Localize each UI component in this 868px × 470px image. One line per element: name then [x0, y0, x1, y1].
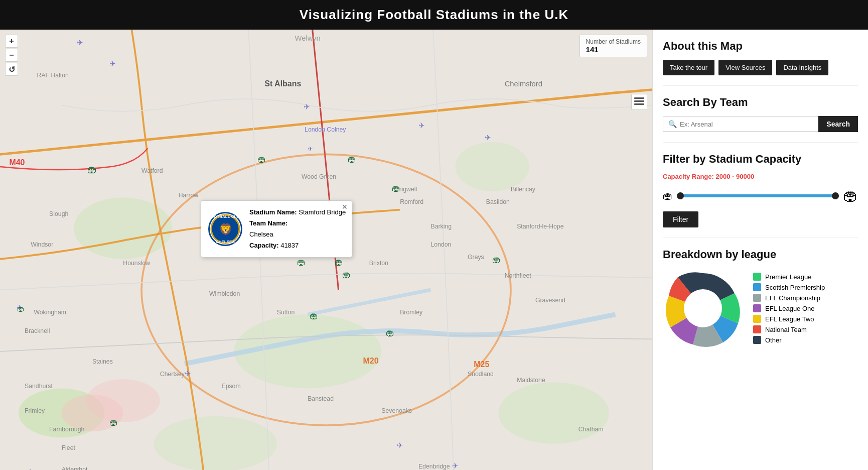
premier-league-label: Premier League — [765, 273, 812, 281]
search-button[interactable]: Search — [818, 116, 858, 132]
national-team-color — [753, 325, 761, 333]
svg-text:🏟: 🏟 — [342, 270, 351, 280]
svg-point-4 — [456, 142, 529, 191]
slider-track[interactable] — [677, 194, 839, 197]
svg-text:M25: M25 — [474, 360, 489, 369]
svg-rect-88 — [634, 103, 644, 105]
svg-text:🏟: 🏟 — [297, 257, 306, 267]
stadium-name-label: Stadium Name: — [249, 208, 297, 216]
svg-text:✈: ✈ — [28, 468, 34, 470]
stadium-name-value: Stamford Bridge — [299, 208, 346, 216]
svg-text:Gravesend: Gravesend — [535, 297, 565, 304]
svg-text:CHELSEA: CHELSEA — [216, 240, 235, 244]
svg-text:Frimley: Frimley — [25, 408, 45, 415]
range-value-text: 2000 - 90000 — [716, 173, 755, 180]
stadium-popup: ✕ 🦁 CHELSEA FOOTBALL CLUB Stadium Name: … — [201, 200, 352, 258]
svg-text:🦁: 🦁 — [219, 222, 233, 236]
take-tour-button[interactable]: Take the tour — [663, 60, 714, 75]
svg-text:✈: ✈ — [397, 441, 403, 449]
breakdown-title: Breakdown by league — [663, 248, 858, 261]
slider-thumb-left[interactable] — [677, 192, 684, 199]
league-breakdown: Premier League Scottish Premiership EFL … — [663, 268, 858, 348]
svg-text:Farnborough: Farnborough — [49, 426, 84, 433]
svg-text:🏟: 🏟 — [392, 183, 400, 193]
svg-text:Edenbridge: Edenbridge — [418, 463, 450, 470]
svg-text:Basildon: Basildon — [486, 198, 510, 205]
svg-text:✈: ✈ — [304, 103, 310, 111]
svg-point-2 — [74, 197, 172, 259]
team-name-label: Team Name: — [249, 219, 287, 227]
slider-row: 🏟 🏟 — [663, 187, 858, 204]
range-value: 2000 - 90000 — [716, 173, 755, 180]
svg-text:Chertsey: Chertsey — [160, 371, 185, 378]
view-sources-button[interactable]: View Sources — [718, 60, 772, 75]
svg-text:Staines: Staines — [92, 358, 113, 365]
efl-championship-label: EFL Championship — [765, 294, 820, 302]
svg-text:Windsor: Windsor — [31, 241, 53, 248]
legend-premier-league: Premier League — [753, 273, 825, 281]
svg-text:Epsom: Epsom — [222, 383, 241, 390]
svg-text:FOOTBALL CLUB: FOOTBALL CLUB — [208, 214, 242, 219]
other-label: Other — [765, 336, 782, 344]
svg-text:Billericay: Billericay — [511, 186, 536, 193]
zoom-in-button[interactable]: + — [5, 35, 18, 48]
about-buttons: Take the tour View Sources Data Insights — [663, 60, 858, 75]
svg-text:London Colney: London Colney — [305, 126, 346, 133]
stadiums-label: Number of Stadiums — [586, 38, 641, 45]
svg-text:Northfleet: Northfleet — [505, 272, 532, 279]
slider-thumb-right[interactable] — [832, 192, 839, 199]
svg-text:Harrow: Harrow — [179, 192, 199, 199]
svg-text:Chatham: Chatham — [578, 426, 604, 433]
zoom-out-button[interactable]: − — [5, 49, 18, 62]
svg-text:Snodland: Snodland — [468, 371, 494, 378]
header-title: Visualizing Football Stadiums in the U.K — [300, 7, 568, 22]
team-name-value: Chelsea — [249, 230, 273, 238]
map-area[interactable]: Welwyn Aylesbury St Albans Chelmsford RA… — [0, 30, 652, 470]
donut-chart — [663, 268, 743, 348]
about-section: About this Map Take the tour View Source… — [663, 40, 858, 86]
svg-text:🏟: 🏟 — [492, 255, 501, 265]
svg-text:🏟: 🏟 — [257, 154, 266, 164]
svg-text:Welwyn: Welwyn — [295, 34, 321, 42]
popup-close-button[interactable]: ✕ — [342, 203, 348, 211]
reset-button[interactable]: ↺ — [5, 63, 18, 76]
svg-text:Grays: Grays — [468, 254, 484, 261]
svg-text:🏟: 🏟 — [87, 164, 97, 175]
capacity-label: Capacity: — [249, 242, 279, 249]
page-title: Visualizing Football Stadiums in the U.K — [0, 0, 868, 30]
filter-button[interactable]: Filter — [663, 211, 698, 227]
svg-text:Wimbledon: Wimbledon — [209, 290, 240, 297]
svg-text:🏟: 🏟 — [386, 328, 394, 338]
layers-button[interactable] — [631, 94, 647, 110]
map-controls: + − ↺ — [5, 35, 18, 76]
popup-info: Stadium Name: Stamford Bridge Team Name:… — [249, 207, 346, 251]
efl-league-two-color — [753, 315, 761, 323]
league-legend: Premier League Scottish Premiership EFL … — [753, 273, 825, 344]
search-input-wrap[interactable]: 🔍 — [663, 116, 818, 132]
search-input[interactable] — [680, 121, 813, 128]
svg-text:Brixton: Brixton — [369, 260, 388, 267]
svg-text:🏟: 🏟 — [109, 417, 118, 427]
svg-point-9 — [86, 379, 160, 422]
stadium-large-icon: 🏟 — [843, 187, 858, 204]
svg-text:🏟: 🏟 — [17, 305, 25, 313]
efl-league-two-label: EFL League Two — [765, 315, 814, 323]
premier-league-color — [753, 273, 761, 281]
svg-text:Barking: Barking — [430, 223, 452, 230]
main-content: Welwyn Aylesbury St Albans Chelmsford RA… — [0, 30, 868, 470]
capacity-value: 41837 — [280, 242, 299, 249]
capacity-range-label: Capacity Range: 2000 - 90000 — [663, 173, 858, 180]
filter-section: Filter by Stadium Capacity Capacity Rang… — [663, 153, 858, 238]
search-icon: 🔍 — [668, 120, 677, 128]
svg-text:🏟: 🏟 — [335, 257, 343, 267]
svg-text:Sevenoaks: Sevenoaks — [381, 408, 412, 415]
svg-text:M20: M20 — [363, 357, 379, 365]
national-team-label: National Team — [765, 326, 807, 333]
svg-text:M40: M40 — [9, 158, 25, 167]
svg-text:Banstead: Banstead — [308, 395, 334, 402]
legend-efl-championship: EFL Championship — [753, 294, 825, 302]
stadiums-badge: Number of Stadiums 141 — [580, 35, 647, 57]
legend-efl-league-two: EFL League Two — [753, 315, 825, 323]
data-insights-button[interactable]: Data Insights — [776, 60, 828, 75]
svg-text:✈: ✈ — [109, 60, 116, 68]
